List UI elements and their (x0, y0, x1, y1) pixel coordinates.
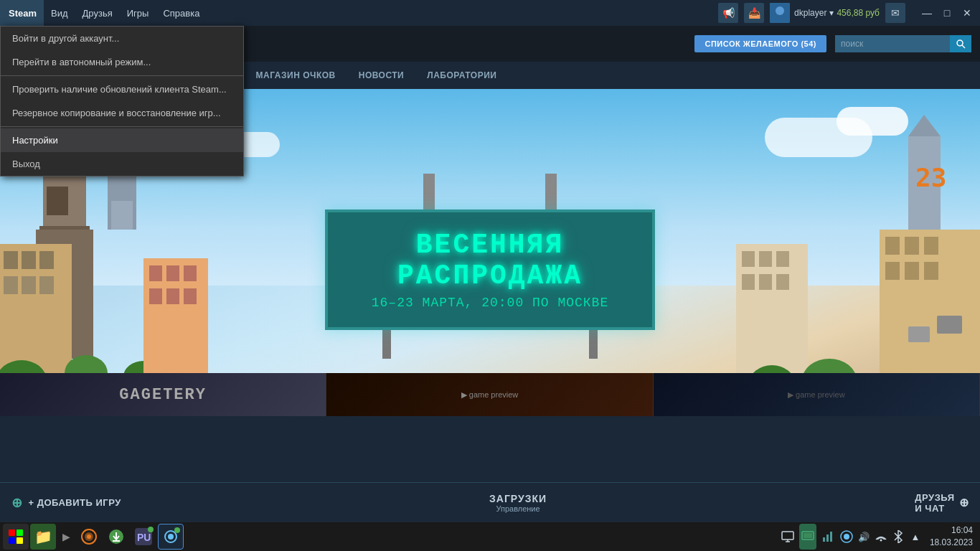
volume-icon[interactable]: 🔊 (857, 524, 871, 550)
menu-help[interactable]: Справка (156, 0, 207, 26)
svg-point-80 (880, 540, 882, 542)
friends-add-icon: ⊕ (959, 496, 969, 509)
svg-rect-50 (776, 274, 789, 290)
svg-rect-45 (742, 251, 755, 267)
svg-rect-58 (17, 537, 23, 544)
nav-news[interactable]: Новости (347, 62, 416, 89)
title-bar-right: 📢 📥 dkplayer ▾ 456,88 руб ✉ — □ ✕ (718, 3, 980, 23)
taskbar-game-launcher[interactable]: PU (131, 524, 156, 550)
menu-bar: Steam Вид Друзья Игры Справка (0, 0, 718, 26)
username-balance: dkplayer ▾ 456,88 руб (794, 8, 880, 18)
svg-point-3 (957, 40, 963, 46)
svg-rect-14 (39, 251, 54, 269)
search-button[interactable] (950, 35, 971, 52)
svg-rect-16 (22, 276, 36, 294)
taskbar-browser[interactable] (76, 524, 102, 550)
svg-marker-33 (908, 115, 941, 136)
bluetooth-icon[interactable] (891, 524, 905, 550)
add-icon: ⊕ (11, 495, 23, 511)
hero-title: ВЕСЕННЯЯ РАСПРОДАЖА (342, 230, 638, 291)
downloads-sub: Управление (489, 504, 547, 513)
billboard-container: ВЕСЕННЯЯ РАСПРОДАЖА 16–23 МАРТА, 20:00 П… (325, 174, 655, 359)
taskbar-screen2[interactable] (799, 524, 816, 550)
menu-item-backup[interactable]: Резервное копирование и восстановление и… (1, 101, 243, 125)
thumb-strip: GAGETERY ▶ game preview ▶ game preview (0, 373, 980, 416)
menu-friends[interactable]: Друзья (75, 0, 120, 26)
nav-points-shop[interactable]: Магазин очков (245, 62, 347, 89)
steam-notif-badge (174, 527, 180, 533)
svg-rect-31 (184, 288, 197, 304)
add-game-button[interactable]: ⊕ + ДОБАВИТЬ ИГРУ (11, 495, 121, 511)
menu-item-login-other[interactable]: Войти в другой аккаунт... (1, 27, 243, 50)
svg-rect-70 (782, 532, 793, 540)
maximize-button[interactable]: □ (937, 3, 957, 23)
taskbar: 📁 ▶ PU (0, 522, 980, 551)
menu-item-check-updates[interactable]: Проверить наличие обновлений клиента Ste… (1, 77, 243, 101)
message-icon[interactable]: ✉ (885, 3, 905, 23)
close-button[interactable]: ✕ (957, 3, 977, 23)
notification-icon[interactable]: 📢 (718, 3, 738, 23)
svg-rect-17 (39, 276, 54, 294)
svg-text:PU: PU (137, 532, 151, 543)
nav-labs[interactable]: Лаборатории (415, 62, 508, 89)
svg-rect-20 (111, 201, 133, 230)
win-controls: — □ ✕ (917, 3, 977, 23)
menu-item-exit[interactable]: Выход (1, 152, 243, 176)
taskbar-graph[interactable] (819, 524, 837, 550)
menu-item-offline[interactable]: Перейти в автономный режим... (1, 50, 243, 74)
friends-chat-button[interactable]: ДРУЗЬЯИ ЧАТ ⊕ (915, 492, 969, 514)
bottom-bar: ⊕ + ДОБАВИТЬ ИГРУ ЗАГРУЗКИ Управление ДР… (0, 482, 980, 522)
minimize-button[interactable]: — (917, 3, 937, 23)
svg-rect-29 (149, 288, 162, 304)
steam-sys-icon[interactable] (839, 524, 854, 550)
svg-rect-15 (4, 276, 18, 294)
svg-line-4 (962, 45, 965, 48)
menu-vid[interactable]: Вид (44, 0, 75, 26)
network-icon[interactable] (874, 524, 888, 550)
downloads-icon[interactable]: 📥 (744, 3, 764, 23)
thumb-item-2[interactable]: ▶ game preview (326, 373, 653, 416)
svg-rect-46 (759, 251, 772, 267)
svg-text:23: 23 (915, 163, 946, 192)
svg-rect-42 (937, 316, 962, 334)
hero-subtitle: 16–23 МАРТА, 20:00 ПО МОСКВЕ (342, 296, 638, 310)
taskbar-download[interactable] (103, 524, 129, 550)
taskbar-arrow[interactable]: ▶ (57, 524, 75, 550)
search-bar (835, 35, 971, 52)
menu-divider-1 (1, 75, 243, 76)
user-area[interactable]: dkplayer ▾ 456,88 руб (770, 3, 880, 23)
svg-rect-41 (924, 262, 938, 280)
downloads-title: ЗАГРУЗКИ (489, 493, 547, 504)
billboard: ВЕСЕННЯЯ РАСПРОДАЖА 16–23 МАРТА, 20:00 П… (325, 209, 655, 330)
clock-date: 18.03.2023 (930, 537, 973, 549)
menu-item-settings[interactable]: Настройки (1, 128, 243, 152)
taskbar-steam[interactable] (158, 524, 184, 550)
svg-rect-39 (885, 262, 900, 280)
taskbar-files[interactable]: 📁 (30, 524, 56, 550)
svg-rect-37 (905, 237, 919, 255)
search-input[interactable] (835, 35, 950, 52)
right-scene: 23 (736, 115, 980, 416)
svg-rect-43 (908, 326, 930, 342)
menu-games[interactable]: Игры (120, 0, 156, 26)
thumb-item-1[interactable]: GAGETERY (0, 373, 326, 416)
clock-area[interactable]: 16:04 18.03.2023 (925, 524, 977, 549)
svg-point-61 (87, 534, 91, 539)
taskbar-screen[interactable] (779, 524, 796, 550)
svg-rect-47 (776, 251, 789, 267)
svg-rect-30 (166, 288, 179, 304)
clock-time: 16:04 (951, 524, 973, 537)
wishlist-button[interactable]: СПИСОК ЖЕЛАЕМОГО (54) (694, 35, 826, 52)
thumb-item-3[interactable]: ▶ game preview (654, 373, 980, 416)
taskbar-start[interactable] (3, 524, 29, 550)
svg-point-69 (168, 534, 174, 540)
menu-divider-2 (1, 126, 243, 127)
up-arrow-icon[interactable]: ▲ (908, 524, 923, 550)
svg-rect-40 (905, 262, 919, 280)
taskbar-right: 🔊 ▲ 16:04 18.03.2023 (779, 524, 977, 550)
svg-rect-57 (9, 537, 15, 544)
svg-rect-38 (924, 237, 938, 255)
svg-rect-28 (184, 265, 197, 281)
menu-steam[interactable]: Steam (0, 0, 44, 26)
downloads-center[interactable]: ЗАГРУЗКИ Управление (489, 493, 547, 513)
